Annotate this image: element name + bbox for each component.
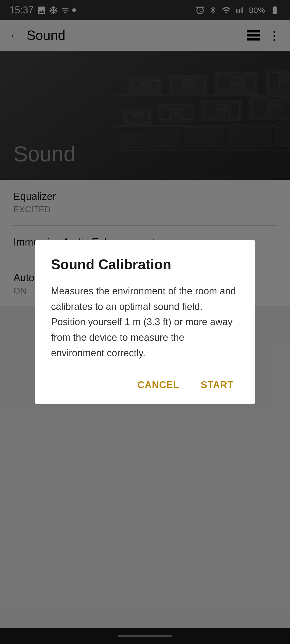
start-button[interactable]: START — [195, 377, 239, 393]
dialog-title: Sound Calibration — [51, 256, 239, 273]
cancel-button[interactable]: CANCEL — [132, 377, 185, 393]
dialog-container: Sound Calibration Measures the environme… — [0, 0, 290, 644]
full-page: 15:37 — [0, 0, 290, 644]
dialog-body: Measures the environment of the room and… — [51, 283, 239, 361]
dialog-actions: CANCEL START — [51, 377, 239, 393]
sound-calibration-dialog: Sound Calibration Measures the environme… — [35, 240, 255, 404]
